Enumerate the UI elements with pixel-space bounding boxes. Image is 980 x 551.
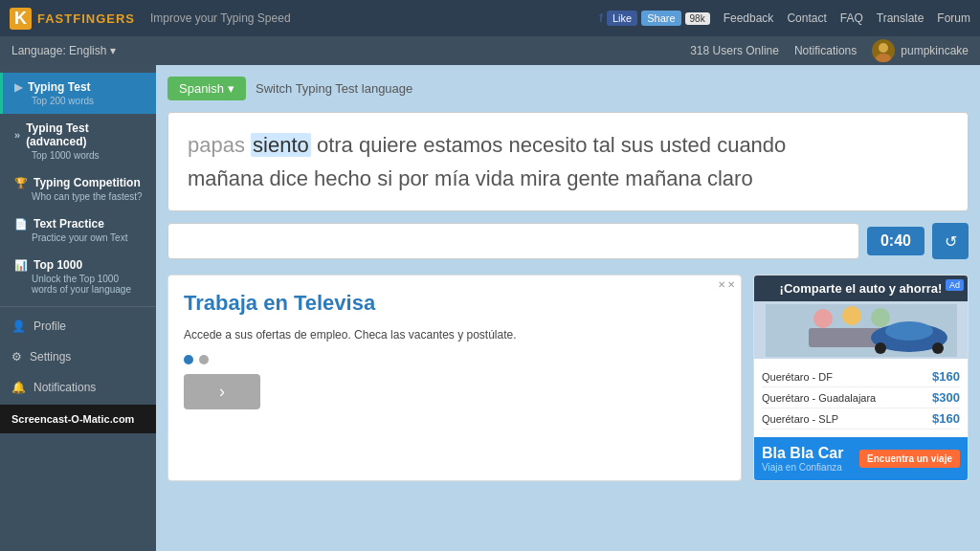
svg-point-3 — [813, 309, 833, 328]
sidebar-item-text-practice[interactable]: 📄 Text Practice Practice your own Text — [0, 209, 156, 251]
route-3-price: $160 — [932, 411, 960, 426]
svg-point-8 — [885, 321, 933, 341]
svg-point-10 — [932, 342, 944, 354]
route-2-price: $300 — [932, 390, 960, 405]
notifications-link[interactable]: Notifications — [794, 44, 857, 57]
username-label: pumpkincake — [901, 44, 969, 57]
secondbar-right: 318 Users Online Notifications pumpkinca… — [690, 39, 969, 62]
person-icon: 👤 — [11, 320, 26, 333]
language-selector[interactable]: Language: English ▾ — [11, 44, 116, 57]
ad-badge: Ad — [946, 279, 964, 291]
svg-point-9 — [875, 342, 886, 354]
forum-link[interactable]: Forum — [937, 11, 970, 25]
typing-line-2: mañana dice hecho si por mía vida mira g… — [188, 162, 948, 195]
trophy-icon: 🏆 — [14, 177, 28, 189]
sidebar-divider — [0, 306, 156, 307]
refresh-icon: ↺ — [945, 232, 957, 251]
car-image — [754, 301, 968, 359]
blacar-logo: Bla Bla Car — [762, 445, 843, 462]
typing-test-adv-label: Typing Test (advanced) — [26, 121, 145, 148]
contact-link[interactable]: Contact — [787, 11, 826, 25]
text-practice-label: Text Practice — [33, 217, 104, 231]
user-avatar-area: pumpkincake — [872, 39, 969, 62]
reset-button[interactable]: ↺ — [932, 223, 969, 259]
blacar-row-1: Querétaro - DF $160 — [762, 366, 960, 387]
remaining-words-line2: mañana dice hecho si por mía vida mira g… — [188, 166, 753, 190]
ad-title: Trabaja en Televisa — [184, 291, 725, 316]
sidebar-item-notifications[interactable]: 🔔 Notifications — [0, 372, 156, 403]
blacar-logo-text-area: Bla Bla Car Viaja en Confianza — [762, 445, 843, 473]
sidebar-item-typing-competition[interactable]: 🏆 Typing Competition Who can type the fa… — [0, 168, 156, 209]
input-row: 0:40 ↺ — [167, 223, 969, 259]
top1000-label: Top 1000 — [33, 258, 82, 272]
share-btn[interactable]: Share — [641, 11, 680, 26]
current-word: siento — [251, 133, 311, 157]
document-icon: 📄 — [14, 218, 28, 231]
feedback-link[interactable]: Feedback — [724, 11, 774, 25]
ad-close-label[interactable]: ✕ — [727, 279, 735, 290]
typing-test-adv-sub: Top 1000 words — [14, 150, 145, 161]
users-online-count: 318 Users Online — [690, 44, 779, 57]
blacar-row-3: Querétaro - SLP $160 — [762, 408, 960, 430]
typing-test-label: Typing Test — [28, 80, 91, 94]
language-button[interactable]: Spanish ▾ — [167, 77, 246, 100]
chart-icon: 📊 — [14, 259, 28, 272]
typing-input[interactable] — [167, 223, 859, 259]
blacar-row-2: Querétaro - Guadalajara $300 — [762, 387, 960, 408]
typing-test-sub: Top 200 words — [14, 96, 145, 106]
lang-chevron-icon: ▾ — [228, 81, 234, 96]
bell-icon: 🔔 — [11, 381, 26, 394]
route-2-label: Querétaro - Guadalajara — [762, 392, 876, 404]
sidebar: ▶ Typing Test Top 200 words » Typing Tes… — [0, 65, 156, 551]
screencast-label: Screencast-O-Matic.com — [11, 413, 134, 425]
logo-text: FASTFINGERS — [37, 11, 135, 26]
dot-1[interactable] — [184, 355, 193, 364]
ad-right-header: ¡Comparte el auto y ahorra! — [754, 276, 968, 301]
main-content: Spanish ▾ Switch Typing Test language pa… — [156, 65, 980, 551]
blacar-cta-button[interactable]: Encuentra un viaje — [859, 450, 960, 468]
ad-body-text: Accede a sus ofertas de empleo. Checa la… — [184, 326, 725, 343]
topbar-right-actions: f Like Share 98k Feedback Contact FAQ Tr… — [599, 11, 970, 26]
translate-link[interactable]: Translate — [877, 11, 924, 25]
route-1-label: Querétaro - DF — [762, 371, 833, 383]
ad-close-x-icon[interactable]: ✕ — [718, 279, 725, 290]
language-switcher-area: Spanish ▾ Switch Typing Test language — [167, 77, 969, 100]
sidebar-item-screencast: Screencast-O-Matic.com — [0, 405, 156, 433]
facebook-like-btn[interactable]: Like — [607, 11, 637, 26]
faq-link[interactable]: FAQ — [840, 11, 863, 25]
profile-label: Profile — [33, 320, 66, 333]
timer-display: 0:40 — [867, 227, 924, 255]
secondary-navigation-bar: Language: English ▾ 318 Users Online Not… — [0, 36, 980, 65]
typing-text-display: papas siento otra quiere estamos necesit… — [167, 112, 969, 211]
blacar-routes: Querétaro - DF $160 Querétaro - Guadalaj… — [754, 359, 968, 437]
chevron-down-icon: ▾ — [110, 44, 116, 57]
ad-next-button[interactable]: › — [184, 374, 260, 409]
dot-2[interactable] — [199, 355, 209, 364]
text-practice-sub: Practice your own Text — [14, 232, 145, 243]
route-3-label: Querétaro - SLP — [762, 413, 838, 425]
svg-point-4 — [842, 306, 861, 325]
settings-label: Settings — [30, 350, 71, 364]
sidebar-item-settings[interactable]: ⚙ Settings — [0, 342, 156, 372]
logo-k-letter: K — [10, 8, 32, 30]
ad-carousel-dots — [184, 355, 725, 364]
sidebar-item-typing-test-advanced[interactable]: » Typing Test (advanced) Top 1000 words — [0, 114, 156, 168]
share-count: 98k — [685, 12, 710, 25]
svg-point-5 — [871, 308, 890, 327]
route-1-price: $160 — [932, 369, 960, 384]
notifications-sidebar-label: Notifications — [33, 381, 96, 394]
logo-area: K FASTFINGERS — [10, 8, 135, 30]
typed-word: papas — [188, 133, 245, 157]
avatar — [872, 39, 895, 62]
double-chevron-icon: » — [14, 129, 20, 141]
switch-language-text: Switch Typing Test language — [256, 81, 412, 96]
blacar-logo-area: Bla Bla Car Viaja en Confianza Encuentra… — [754, 437, 968, 480]
sidebar-item-typing-test[interactable]: ▶ Typing Test Top 200 words — [0, 73, 156, 114]
ad-left: ✕ ✕ Trabaja en Televisa Accede a sus ofe… — [167, 275, 742, 481]
sidebar-item-top1000[interactable]: 📊 Top 1000 Unlock the Top 1000 words of … — [0, 251, 156, 302]
sidebar-item-profile[interactable]: 👤 Profile — [0, 311, 156, 342]
svg-point-1 — [876, 54, 891, 62]
blacar-tagline: Viaja en Confianza — [762, 462, 843, 473]
lang-btn-label: Spanish — [179, 81, 224, 96]
top-navigation-bar: K FASTFINGERS Improve your Typing Speed … — [0, 0, 980, 36]
